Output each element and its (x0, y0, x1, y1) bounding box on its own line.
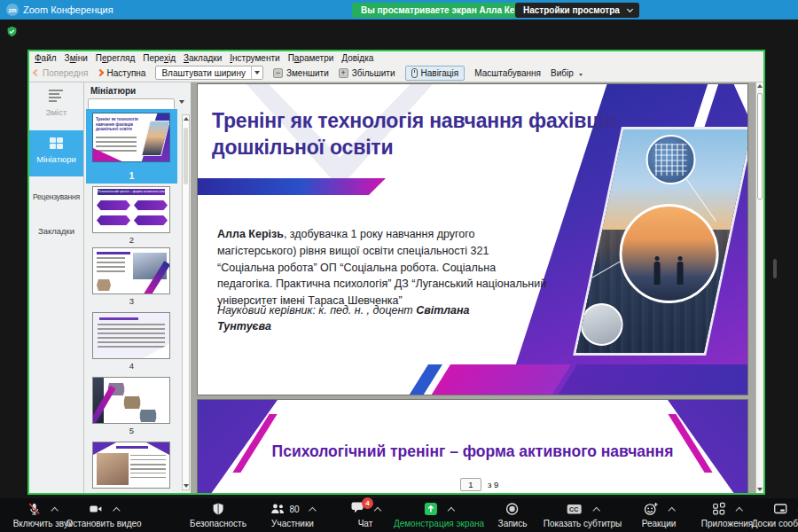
photo-circle-handshake (620, 204, 719, 303)
chevron-down-icon (627, 5, 633, 12)
cc-icon: CC (566, 502, 583, 516)
menu-bar: Файл Зміни Перегляд Перехід Закладки Інс… (29, 51, 763, 64)
chevron-left-icon (33, 69, 40, 76)
thumbnails-icon (50, 137, 63, 149)
zoom-out-button[interactable]: − Зменшити (273, 68, 329, 78)
dropdown-arrow-icon (579, 74, 583, 76)
shared-screen-window: Файл Зміни Перегляд Перехід Закладки Інс… (27, 50, 765, 495)
meeting-title: Zoom Конференция (23, 0, 113, 20)
thumbnail-number: 2 (86, 235, 177, 245)
slide-body-text: Алла Керізь, здобувачка 1 року навчання … (217, 226, 547, 309)
zoom-mode-dropdown[interactable]: Влаштувати ширину (155, 66, 263, 80)
viewing-screen-banner: Вы просматриваете экран Алла Керізь (352, 3, 541, 18)
stop-video-button[interactable]: Остановить видео (66, 501, 141, 528)
slide-title: Тренінг як технологія навчання фахівців … (212, 107, 633, 161)
zoom-tool-button[interactable]: Масштабування (474, 68, 541, 78)
apps-button[interactable]: Приложения (701, 501, 754, 528)
thumbnail-1-selected[interactable]: Тренінг як технологія навчання фахівців … (86, 109, 177, 184)
record-button[interactable]: Запись (498, 501, 528, 528)
dropdown-arrow-icon[interactable] (251, 66, 262, 79)
participants-count: 80 (289, 505, 299, 514)
panel-drag-handle[interactable] (773, 259, 777, 278)
menu-tools[interactable]: Інструменти (230, 53, 279, 63)
chevron-up-icon[interactable] (448, 506, 455, 513)
encryption-shield-icon (6, 25, 18, 41)
zoom-bottom-toolbar: Включить звук Остановить видео Безопасно… (0, 498, 798, 532)
next-page-button[interactable]: Наступна (98, 68, 145, 78)
thumbnail-number: 5 (86, 426, 177, 435)
chevron-up-icon[interactable] (736, 506, 743, 513)
zoom-in-icon: + (339, 68, 348, 78)
menu-help[interactable]: Довідка (341, 53, 373, 63)
previous-page-button[interactable]: Попередня (34, 68, 88, 78)
chevron-up-icon[interactable] (309, 506, 316, 513)
photo-circle-tech (646, 135, 696, 184)
participants-icon (270, 502, 286, 516)
page-number-box[interactable]: 1 (460, 478, 481, 491)
reactions-button[interactable]: Реакции (642, 501, 677, 528)
mouse-icon (411, 68, 418, 78)
thumbnail-4[interactable] (92, 312, 170, 359)
decor-stripe-magenta (418, 364, 571, 395)
thumbnail-5[interactable] (92, 377, 170, 424)
chevron-up-icon[interactable] (668, 506, 675, 513)
page-count-label: з 9 (488, 480, 498, 489)
tab-contents[interactable]: Зміст (29, 86, 83, 129)
chat-button[interactable]: 4 Чат (350, 501, 380, 528)
scrollbar-handle[interactable] (184, 128, 188, 184)
thumbnail-number: 4 (86, 361, 177, 371)
contents-icon (49, 90, 65, 102)
scroll-up-icon[interactable] (184, 117, 189, 121)
chevron-up-icon[interactable] (374, 506, 381, 513)
photo-circle-bridge (581, 303, 623, 346)
scrollbar-handle[interactable] (757, 93, 763, 200)
thumbnails-scrollbar[interactable] (182, 114, 190, 490)
share-screen-button[interactable]: Демонстрация экрана (394, 501, 484, 528)
tab-reviews[interactable]: Рецензування (29, 192, 83, 201)
document-view[interactable]: Тренінг як технологія навчання фахівців … (191, 82, 763, 493)
whiteboard-icon (773, 502, 788, 516)
selection-tool-button[interactable]: Вибір (551, 68, 583, 78)
chevron-up-icon[interactable] (51, 506, 59, 513)
menu-view[interactable]: Перегляд (96, 53, 135, 63)
unmute-button[interactable]: Включить звук (13, 501, 73, 528)
thumbnail-2[interactable]: Психологічний тренінг – форма активного … (92, 186, 170, 233)
microphone-muted-icon (27, 502, 42, 516)
zoom-in-button[interactable]: + Збільшити (339, 68, 395, 78)
participants-button[interactable]: 80 Участники (270, 501, 315, 528)
menu-file[interactable]: Файл (35, 53, 57, 63)
thumbnail-number: 1 (86, 171, 177, 181)
view-settings-button[interactable]: Настройки просмотра (515, 3, 639, 18)
menu-go[interactable]: Перехід (143, 53, 176, 63)
thumbnail-1-image: Тренінг як технологія навчання фахівців … (92, 113, 170, 162)
menu-settings[interactable]: Параметри (288, 53, 334, 63)
navigation-tool-button[interactable]: Навігація (405, 66, 466, 81)
toolbar: Попередня Наступна Влаштувати ширину − З… (29, 64, 763, 82)
menu-edit[interactable]: Зміни (65, 53, 88, 63)
chevron-up-icon[interactable] (593, 506, 600, 513)
share-screen-icon (424, 502, 438, 516)
zoom-out-icon: − (273, 68, 283, 78)
whiteboards-button[interactable]: Доски сообщений (752, 501, 798, 528)
title-underline-bar (198, 178, 386, 195)
apps-icon (712, 502, 726, 516)
captions-button[interactable]: CC Показать субтитры (544, 501, 622, 528)
scroll-up-icon[interactable] (757, 84, 763, 88)
record-icon (505, 502, 520, 516)
security-button[interactable]: Безопасность (190, 501, 246, 528)
camera-icon (89, 502, 104, 516)
chevron-right-icon (97, 69, 104, 76)
thumbnail-3[interactable] (92, 247, 170, 294)
sidebar-tabstrip: Зміст Мініатюри Рецензування Закладки (29, 82, 84, 493)
tab-thumbnails[interactable]: Мініатюри (29, 130, 83, 176)
menu-bookmarks[interactable]: Закладки (184, 53, 222, 63)
panel-title: Мініатюри (90, 86, 136, 96)
thumbnail-6[interactable] (92, 442, 170, 489)
zoom-logo-icon: zm (6, 4, 19, 16)
document-scrollbar[interactable] (755, 82, 763, 493)
tab-bookmarks[interactable]: Закладки (29, 226, 83, 236)
scroll-down-icon[interactable] (757, 488, 763, 491)
chevron-up-icon[interactable] (113, 506, 120, 513)
scroll-down-icon[interactable] (184, 484, 189, 488)
advisor-text: Науковий керівник: к. пед. н. , доцент С… (217, 302, 523, 334)
